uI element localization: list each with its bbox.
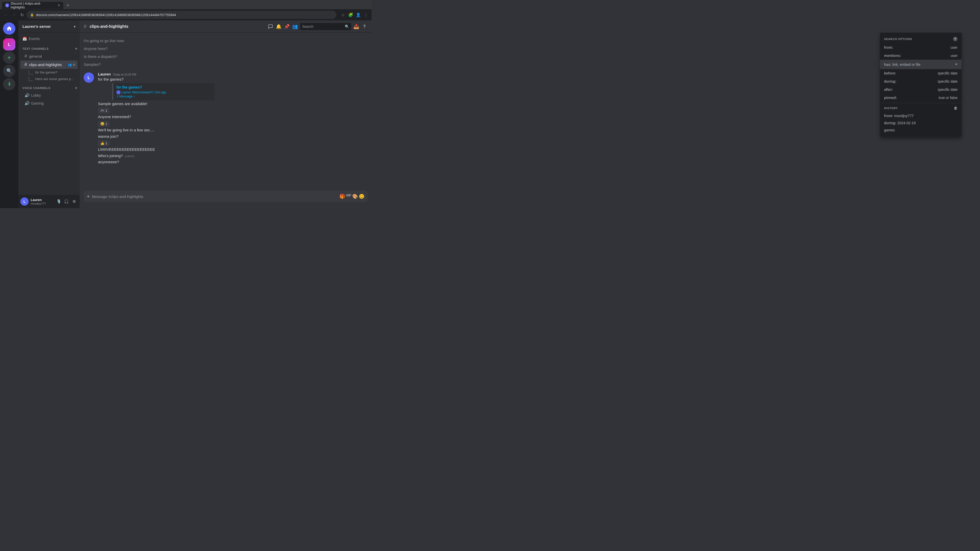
add-server-button[interactable]: + [3, 52, 15, 64]
gif-button[interactable]: GIF [346, 194, 351, 199]
calendar-icon: 📅 [22, 37, 27, 41]
message-line-8: anyoneeee? [98, 159, 368, 165]
reaction-count-3: 1 [105, 141, 107, 145]
discover-button[interactable]: 🔍 [3, 65, 15, 77]
notifications-button[interactable]: 🔔 [275, 24, 282, 30]
thread-title: for the games? [116, 85, 211, 89]
mute-button[interactable]: 🎙️ [55, 198, 62, 205]
profile-button[interactable]: 👤 [355, 11, 362, 18]
server-list: L + 🔍 ⬇ [0, 21, 18, 208]
message-line-2: Sample games are available! [98, 101, 368, 106]
message-line-7: Who's joining? (edited) [98, 153, 368, 159]
threads-button[interactable] [267, 24, 274, 30]
browser-nav: ← → ↻ 🔒 discord.com/channels/12091416869… [0, 9, 372, 21]
speaker-icon-2: 🔊 [24, 101, 30, 106]
app: L + 🔍 ⬇ Lauren's server ▾ 📅 Events TEXT … [0, 21, 372, 208]
deafen-button[interactable]: 🎧 [63, 198, 70, 205]
search-bar[interactable]: 🔍 [300, 23, 351, 30]
prev-message-1: I'm going to go live now: [84, 37, 368, 44]
thread-embed: for the games? Lauren Welcomeeee!!!! 13m… [112, 83, 215, 100]
reaction-smile[interactable]: 😄 1 [98, 121, 110, 127]
channel-sidebar: Lauren's server ▾ 📅 Events TEXT CHANNELS… [18, 21, 80, 208]
tab-favicon: D [5, 3, 9, 7]
thread-link[interactable]: Lauren Welcomeeee!!!! 13m ago [116, 90, 211, 94]
forward-button[interactable]: → [10, 11, 18, 18]
pin-button[interactable]: 📌 [284, 24, 290, 30]
search-icon: 🔍 [345, 24, 349, 29]
add-text-channel-button[interactable]: + [75, 46, 78, 51]
thread-reply-text: Welcomeeee!!!! [132, 91, 153, 94]
inbox-button[interactable]: 📥 [353, 24, 360, 30]
reactions-3: 👍 1 [98, 140, 368, 146]
reload-button[interactable]: ↻ [18, 11, 25, 18]
active-tab[interactable]: D Discord | #clips-and-highlights ✕ [2, 2, 63, 9]
message-line-5: wanna join? [98, 134, 368, 139]
extensions-button[interactable]: 🧩 [347, 11, 354, 18]
server-divider [5, 36, 13, 37]
add-voice-channel-button[interactable]: + [75, 86, 78, 90]
reaction-gamepad[interactable]: 🎮 1 [98, 108, 110, 113]
thread-here-are-some-games[interactable]: Here are some games p... [21, 76, 78, 82]
gift-button[interactable]: 🎁 [339, 194, 345, 199]
message-timestamp: Today at 10:25 PM [113, 73, 136, 76]
user-display-name: Lauren [30, 198, 53, 202]
channel-clips-and-highlights[interactable]: # clips-and-highlights 👥 ⚙ [21, 60, 78, 69]
thread-for-the-games[interactable]: for the games? [21, 69, 78, 76]
members-icon: 👥 [68, 63, 72, 67]
bookmark-button[interactable]: ☆ [339, 11, 347, 18]
prev-message-3: Is there a dispatch? [84, 52, 368, 60]
browser-nav-right: ☆ 🧩 👤 ⋮ [339, 11, 369, 18]
messages-area[interactable]: I'm going to go live now: Anyone here? I… [80, 33, 372, 191]
voice-channels-label: VOICE CHANNELS [22, 86, 51, 89]
members-button[interactable]: 👥 [292, 24, 298, 30]
download-button[interactable]: ⬇ [3, 78, 15, 90]
help-button[interactable]: ? [361, 24, 368, 30]
message-line-3: Anyone interested? [98, 114, 368, 120]
speaker-icon: 🔊 [24, 93, 30, 98]
back-button[interactable]: ← [2, 11, 9, 18]
voice-channel-gaming[interactable]: 🔊 Gaming [21, 99, 78, 107]
add-attachment-button[interactable]: + [87, 194, 90, 200]
message-content: Lauren Today at 10:25 PM for the games? … [98, 72, 368, 165]
new-tab-button[interactable]: + [64, 2, 72, 9]
thread-reply-avatar [116, 90, 121, 94]
text-channels-category[interactable]: TEXT CHANNELS + [18, 43, 80, 52]
thread-name-1: for the games? [35, 70, 57, 74]
home-button[interactable] [3, 22, 15, 35]
search-input[interactable] [302, 24, 343, 29]
voice-channels-category[interactable]: VOICE CHANNELS + [18, 82, 80, 91]
message-text-input[interactable] [92, 191, 337, 202]
events-item[interactable]: 📅 Events [18, 35, 80, 43]
voice-channel-lobby[interactable]: 🔊 Lobby [21, 91, 78, 99]
reactions-1: 🎮 1 [98, 107, 368, 113]
server-header[interactable]: Lauren's server ▾ [18, 21, 80, 33]
channel-name-clips: clips-and-highlights [29, 62, 66, 67]
channel-header: # clips-and-highlights 🔔 📌 👥 🔍 📥 ? [80, 21, 372, 33]
header-actions: 🔔 📌 👥 🔍 📥 ? [267, 23, 368, 30]
channel-name-general: general [29, 54, 76, 59]
sticker-button[interactable]: 🎨 [352, 194, 358, 199]
tab-close-button[interactable]: ✕ [58, 3, 60, 7]
channel-icons: 👥 ⚙ [68, 63, 76, 67]
main-area: # clips-and-highlights 🔔 📌 👥 🔍 📥 ? [80, 21, 372, 208]
more-button[interactable]: ⋮ [363, 11, 369, 18]
message-line-6: LIIIIIIVEEEEEEEEEEEEEEEEEE [98, 147, 368, 152]
address-bar[interactable]: 🔒 discord.com/channels/12091416869538365… [27, 11, 336, 19]
thread-message-link[interactable]: 1 Message › [116, 94, 211, 98]
server-icon-lauren[interactable]: L [3, 38, 15, 51]
emoji-button[interactable]: 😊 [359, 194, 364, 199]
user-panel: L Lauren moodjoy777 🎙️ 🎧 ⚙ [18, 195, 80, 208]
message-input: + 🎁 GIF 🎨 😊 [84, 191, 368, 202]
edited-tag: (edited) [125, 155, 134, 158]
tab-bar: D Discord | #clips-and-highlights ✕ + [0, 0, 372, 9]
channel-header-name: clips-and-highlights [89, 24, 128, 29]
server-name: Lauren's server [22, 24, 51, 29]
hash-icon-active: # [24, 62, 27, 67]
user-settings-button[interactable]: ⚙ [70, 198, 78, 205]
settings-icon[interactable]: ⚙ [73, 63, 76, 67]
thread-reply-time: 13m ago [154, 91, 166, 94]
reaction-thumbsup[interactable]: 👍 1 [98, 141, 110, 146]
url-text: discord.com/channels/1209141686953836584… [36, 13, 176, 17]
input-actions: 🎁 GIF 🎨 😊 [339, 194, 364, 199]
channel-general[interactable]: # general [21, 52, 78, 60]
